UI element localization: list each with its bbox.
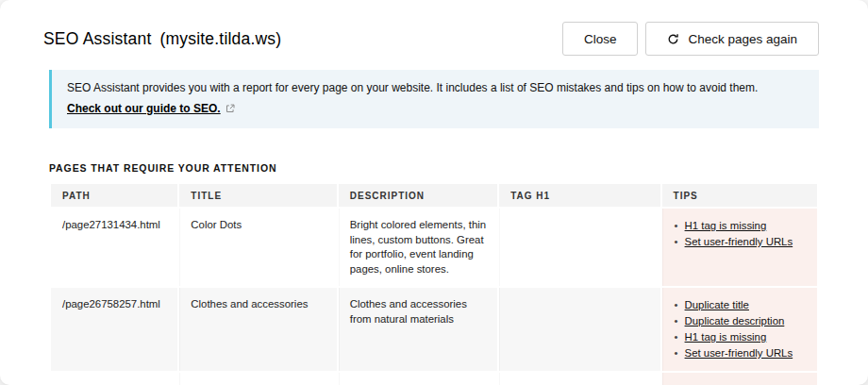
tip-item: Duplicate description [674,313,806,329]
title-cell: Photography blog [179,373,336,385]
column-header-description: DESCRIPTION [339,184,497,207]
description-cell: Bright colored elements, thin lines, cus… [339,209,497,286]
close-button[interactable]: Close [562,22,639,56]
section-label: PAGES THAT REQUIRE YOUR ATTENTION [49,162,819,174]
tip-link[interactable]: Duplicate description [685,315,785,326]
path-cell: /page27131434.html [51,209,177,286]
table-header-row: PATH TITLE DESCRIPTION TAG H1 TIPS [51,184,817,207]
tip-link[interactable]: Set user-friendly URLs [685,347,793,359]
check-pages-again-button[interactable]: Check pages again [645,22,819,56]
page-title: SEO Assistant (mysite.tilda.ws) [43,29,281,49]
seo-assistant-panel: SEO Assistant (mysite.tilda.ws) Close Ch… [0,0,868,385]
description-cell: Photographer's blog with tiled galleries… [339,373,497,385]
column-header-tips: TIPS [662,184,817,207]
table-row: /page29532124.html Photography blog Phot… [51,373,817,385]
header-actions: Close Check pages again [562,22,819,56]
site-domain: (mysite.tilda.ws) [160,29,282,48]
info-link-row: Check out our guide to SEO. [67,100,804,117]
tips-list: H1 tag is missing Set user-friendly URLs [674,218,806,250]
tip-link[interactable]: H1 tag is missing [685,220,767,231]
tip-link[interactable]: Duplicate title [685,299,749,310]
page-title-text: SEO Assistant [43,29,151,48]
pages-table: PATH TITLE DESCRIPTION TAG H1 TIPS /page… [49,182,819,385]
description-cell: Clothes and accessories from natural mat… [339,288,497,371]
info-text: SEO Assistant provides you with a report… [67,80,804,96]
info-box: SEO Assistant provides you with a report… [49,70,819,128]
path-cell: /page26758257.html [51,288,177,371]
tips-cell: H1 tag is missing Set user-friendly URLs [662,209,817,286]
tag-h1-cell [499,373,659,385]
tips-list: Duplicate title Duplicate description H1… [674,297,806,361]
seo-guide-link[interactable]: Check out our guide to SEO. [67,101,221,117]
column-header-tag-h1: TAG H1 [499,184,659,207]
title-cell: Color Dots [179,209,336,286]
tip-item: H1 tag is missing [674,218,806,234]
tips-cell: Duplicate title Duplicate description H1… [662,288,817,371]
tag-h1-cell [499,209,659,286]
title-cell: Clothes and accessories [179,288,336,371]
tips-cell: H1 tag is missing Set user-friendly URLs [662,373,817,385]
column-header-path: PATH [51,184,177,207]
tip-link[interactable]: H1 tag is missing [685,331,767,343]
tip-item: Duplicate title [674,297,806,313]
external-link-icon [225,100,235,117]
table-row: /page26758257.html Clothes and accessori… [51,288,817,371]
tip-item: Set user-friendly URLs [674,234,806,250]
top-bar: SEO Assistant (mysite.tilda.ws) Close Ch… [0,0,868,56]
column-header-title: TITLE [179,184,336,207]
tag-h1-cell [499,288,659,371]
path-cell: /page29532124.html [51,373,177,385]
table-row: /page27131434.html Color Dots Bright col… [51,209,817,286]
check-pages-again-label: Check pages again [688,32,797,46]
tip-item: H1 tag is missing [674,329,806,345]
close-button-label: Close [584,32,617,46]
tip-item: Set user-friendly URLs [674,345,806,361]
tip-link[interactable]: Set user-friendly URLs [685,236,793,247]
refresh-icon [667,33,679,45]
